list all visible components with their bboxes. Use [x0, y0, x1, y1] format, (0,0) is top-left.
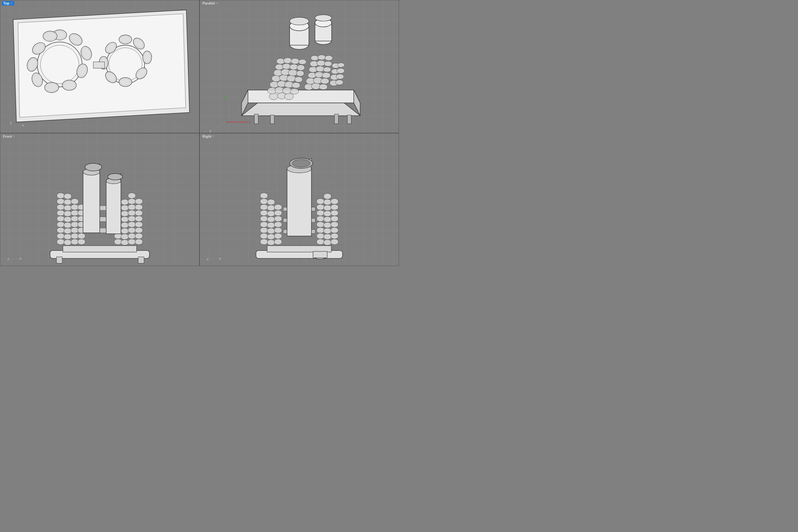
svg-point-227: [267, 205, 275, 211]
svg-point-253: [331, 239, 338, 244]
svg-point-184: [135, 239, 143, 244]
viewport-front-label-text: Front: [3, 134, 12, 138]
svg-point-174: [121, 199, 129, 205]
svg-point-213: [260, 233, 268, 239]
viewport-top[interactable]: y x Top ▼: [0, 0, 200, 133]
svg-rect-42: [93, 62, 105, 68]
svg-text:y: y: [219, 256, 221, 260]
svg-point-140: [64, 216, 71, 222]
svg-point-256: [331, 222, 338, 227]
svg-rect-199: [106, 181, 121, 233]
svg-rect-125: [56, 257, 62, 263]
svg-point-142: [64, 205, 71, 211]
svg-marker-48: [242, 90, 360, 103]
svg-point-145: [71, 239, 78, 244]
viewport-right[interactable]: z y Right ▼: [200, 133, 399, 266]
svg-point-233: [274, 216, 282, 222]
svg-point-59: [275, 87, 284, 93]
svg-point-97: [311, 55, 319, 60]
svg-point-245: [324, 233, 331, 239]
svg-point-173: [121, 205, 129, 211]
svg-point-221: [267, 239, 275, 245]
viewport-front[interactable]: z x Front ▼: [0, 133, 200, 266]
svg-point-169: [121, 228, 129, 233]
svg-point-80: [291, 58, 299, 64]
svg-point-222: [267, 233, 275, 239]
svg-point-136: [64, 239, 71, 245]
svg-rect-211: [313, 251, 327, 258]
svg-point-168: [121, 233, 129, 239]
svg-point-239: [317, 222, 324, 227]
viewport-top-dropdown[interactable]: ▼: [10, 2, 13, 5]
svg-point-244: [324, 239, 331, 245]
svg-point-130: [57, 222, 64, 227]
svg-point-150: [71, 210, 78, 216]
svg-point-248: [324, 216, 331, 222]
svg-point-81: [299, 59, 306, 64]
viewport-right-label[interactable]: Right ▼: [201, 134, 216, 139]
svg-point-252: [324, 193, 331, 199]
svg-point-215: [260, 222, 268, 227]
svg-rect-209: [267, 245, 331, 252]
svg-point-61: [290, 89, 299, 94]
svg-point-153: [77, 239, 85, 244]
svg-point-260: [331, 198, 338, 204]
svg-point-214: [260, 227, 268, 233]
svg-point-135: [57, 193, 64, 198]
svg-point-103: [336, 74, 344, 79]
svg-point-178: [128, 222, 136, 227]
svg-point-185: [135, 233, 143, 239]
viewport-right-dropdown[interactable]: ▼: [212, 135, 215, 138]
viewport-front-label[interactable]: Front ▼: [2, 134, 16, 139]
svg-point-79: [283, 58, 292, 63]
svg-text:x: x: [22, 123, 24, 127]
viewport-parallel-label[interactable]: Parallel ▼: [201, 1, 220, 5]
svg-rect-53: [335, 114, 338, 124]
viewport-top-label-text: Top: [3, 1, 9, 5]
svg-point-172: [121, 211, 129, 216]
viewport-top-label[interactable]: Top ▼: [2, 1, 14, 5]
viewport-top-svg: y x: [0, 0, 199, 133]
svg-point-68: [287, 75, 296, 82]
svg-point-16: [45, 82, 59, 93]
svg-point-143: [64, 199, 71, 205]
viewport-parallel-label-text: Parallel: [202, 1, 215, 5]
svg-point-181: [128, 204, 136, 210]
svg-point-170: [121, 222, 129, 228]
svg-point-132: [57, 210, 64, 216]
viewport-parallel[interactable]: x z y Parallel ▼: [200, 0, 399, 133]
svg-point-160: [114, 239, 122, 244]
viewport-front-dropdown[interactable]: ▼: [13, 135, 15, 138]
svg-point-251: [324, 199, 331, 205]
svg-point-189: [135, 210, 143, 216]
svg-point-111: [290, 17, 309, 25]
viewport-parallel-dropdown[interactable]: ▼: [216, 2, 218, 5]
svg-point-216: [260, 216, 268, 222]
svg-point-115: [315, 15, 332, 21]
svg-point-99: [325, 55, 333, 60]
svg-marker-47: [242, 103, 360, 116]
svg-point-139: [64, 222, 71, 228]
svg-rect-54: [347, 115, 351, 124]
svg-point-90: [322, 72, 331, 78]
svg-point-258: [331, 210, 338, 216]
svg-point-55: [269, 93, 278, 100]
svg-point-220: [260, 193, 268, 198]
svg-text:x: x: [249, 120, 250, 124]
viewport-parallel-svg: x z y: [200, 0, 399, 133]
svg-point-87: [321, 78, 329, 84]
svg-text:y: y: [209, 129, 211, 133]
svg-point-151: [71, 204, 78, 210]
svg-rect-51: [255, 114, 258, 124]
svg-point-107: [337, 63, 345, 67]
svg-point-259: [331, 204, 338, 210]
svg-point-146: [71, 233, 78, 239]
svg-point-148: [71, 222, 78, 227]
svg-point-250: [324, 205, 331, 211]
svg-rect-264: [287, 169, 312, 236]
svg-point-84: [319, 84, 328, 90]
svg-point-75: [282, 63, 291, 69]
svg-point-240: [317, 216, 324, 222]
svg-point-14: [62, 80, 76, 90]
svg-point-187: [135, 222, 143, 227]
